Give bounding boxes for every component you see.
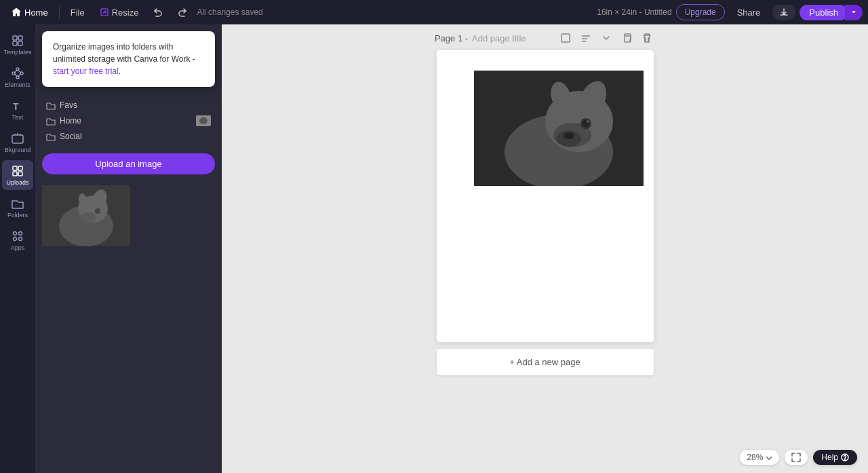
svg-point-44 bbox=[845, 459, 846, 460]
autosave-status: All changes saved bbox=[197, 7, 262, 17]
topbar-right: 16in × 24in - Untitled Upgrade Share Pub… bbox=[597, 4, 863, 20]
svg-point-8 bbox=[16, 68, 19, 71]
undo-button[interactable] bbox=[148, 5, 168, 20]
sidebar-item-templates[interactable]: Templates bbox=[2, 30, 33, 60]
svg-point-5 bbox=[15, 71, 20, 76]
svg-text:T: T bbox=[13, 101, 19, 112]
sidebar-item-background[interactable]: Bkground bbox=[2, 128, 33, 157]
resize-button[interactable]: Resize bbox=[94, 5, 144, 20]
svg-point-21 bbox=[199, 117, 208, 124]
dog-thumbnail[interactable] bbox=[42, 185, 130, 246]
sidebar-label-templates: Templates bbox=[3, 49, 31, 56]
folder-item-home[interactable]: Home bbox=[42, 113, 215, 129]
file-button[interactable]: File bbox=[65, 5, 90, 20]
zoom-value: 28% bbox=[747, 453, 763, 462]
publish-wrap: Publish bbox=[800, 5, 863, 20]
svg-point-42 bbox=[564, 132, 574, 139]
sidebar-label-apps: Apps bbox=[11, 244, 25, 251]
home-button[interactable]: Home bbox=[5, 4, 54, 20]
folder-thumb-home bbox=[196, 115, 211, 126]
folder-name-favs: Favs bbox=[60, 100, 77, 110]
share-button[interactable]: Share bbox=[729, 5, 769, 20]
svg-rect-3 bbox=[13, 41, 17, 45]
svg-rect-11 bbox=[12, 135, 23, 143]
page-delete-icon[interactable] bbox=[639, 30, 655, 46]
svg-rect-13 bbox=[18, 166, 22, 170]
svg-point-17 bbox=[19, 232, 22, 235]
top-bar: Home File Resize All changes saved 16in … bbox=[0, 0, 868, 24]
dog-thumbnail-svg bbox=[42, 185, 130, 246]
folder-name-home: Home bbox=[60, 116, 81, 126]
page-layout-icon[interactable] bbox=[578, 30, 594, 46]
sidebar-item-folders[interactable]: Folders bbox=[2, 193, 33, 223]
svg-rect-29 bbox=[561, 34, 570, 42]
sidebar-label-uploads: Uploads bbox=[6, 179, 28, 186]
svg-point-16 bbox=[14, 232, 17, 235]
redo-button[interactable] bbox=[172, 5, 193, 20]
svg-rect-30 bbox=[625, 36, 631, 42]
uploads-panel: Organize images into folders with unlimi… bbox=[35, 24, 222, 473]
page-label: Page 1 - bbox=[435, 33, 468, 43]
svg-point-7 bbox=[20, 72, 23, 75]
svg-rect-12 bbox=[13, 166, 17, 170]
folder-list: Favs Home Social bbox=[35, 94, 222, 148]
help-button[interactable]: Help bbox=[813, 450, 857, 465]
fullscreen-button[interactable] bbox=[785, 450, 808, 465]
sidebar-label-folders: Folders bbox=[7, 212, 28, 219]
page-chevron-icon[interactable] bbox=[598, 30, 614, 46]
image-thumbnail-grid bbox=[35, 180, 222, 252]
page-square-icon[interactable] bbox=[557, 30, 574, 46]
expand-icon bbox=[766, 454, 772, 461]
folder-item-social[interactable]: Social bbox=[42, 129, 215, 144]
canvas-page[interactable] bbox=[437, 50, 654, 342]
bottom-bar: 28% Help bbox=[740, 450, 857, 465]
sidebar-label-text: Text bbox=[12, 114, 24, 121]
page-title-input[interactable] bbox=[472, 33, 553, 43]
fullscreen-icon bbox=[791, 453, 801, 462]
svg-point-18 bbox=[14, 238, 17, 241]
zoom-control[interactable]: 28% bbox=[740, 450, 779, 465]
svg-rect-15 bbox=[18, 172, 22, 176]
upload-image-button[interactable]: Upload an image bbox=[42, 153, 215, 174]
help-icon bbox=[841, 453, 849, 461]
dog-canvas-element[interactable] bbox=[474, 71, 644, 186]
publish-caret-button[interactable] bbox=[845, 5, 863, 20]
dog-canvas-svg bbox=[474, 71, 644, 186]
svg-point-9 bbox=[16, 76, 19, 79]
sidebar-item-uploads[interactable]: Uploads bbox=[2, 160, 33, 190]
svg-rect-2 bbox=[18, 36, 22, 40]
download-button[interactable] bbox=[772, 5, 795, 20]
upgrade-button[interactable]: Upgrade bbox=[676, 4, 725, 20]
svg-point-28 bbox=[80, 212, 96, 223]
svg-point-6 bbox=[12, 72, 15, 75]
add-page-button[interactable]: + Add a new page bbox=[437, 349, 654, 375]
upgrade-popup: Organize images into folders with unlimi… bbox=[42, 31, 215, 87]
sidebar-item-apps[interactable]: Apps bbox=[2, 225, 33, 255]
svg-rect-14 bbox=[13, 172, 17, 176]
svg-point-19 bbox=[19, 238, 22, 241]
free-trial-link[interactable]: start your free trial bbox=[53, 67, 119, 76]
popup-text: Organize images into folders with unlimi… bbox=[53, 41, 204, 77]
svg-point-41 bbox=[587, 120, 589, 123]
sidebar-label-elements: Elements bbox=[5, 81, 31, 88]
publish-button[interactable]: Publish bbox=[800, 5, 848, 20]
canvas-area[interactable]: Page 1 - bbox=[222, 24, 868, 473]
sidebar-item-text[interactable]: T Text bbox=[2, 95, 33, 125]
sidebar-item-elements[interactable]: Elements bbox=[2, 62, 33, 92]
main-area: Templates Elements T Text Bkground bbox=[0, 24, 868, 473]
svg-point-27 bbox=[95, 208, 100, 214]
page-copy-icon[interactable] bbox=[618, 30, 635, 46]
divider bbox=[59, 5, 60, 19]
svg-rect-4 bbox=[18, 41, 22, 45]
folder-item-favs[interactable]: Favs bbox=[42, 98, 215, 113]
folder-name-social: Social bbox=[60, 132, 82, 141]
svg-rect-1 bbox=[13, 36, 17, 40]
sidebar: Templates Elements T Text Bkground bbox=[0, 24, 35, 473]
sidebar-label-background: Bkground bbox=[5, 147, 31, 153]
doc-title: 16in × 24in - Untitled bbox=[597, 7, 671, 17]
page-controls: Page 1 - bbox=[435, 24, 655, 50]
